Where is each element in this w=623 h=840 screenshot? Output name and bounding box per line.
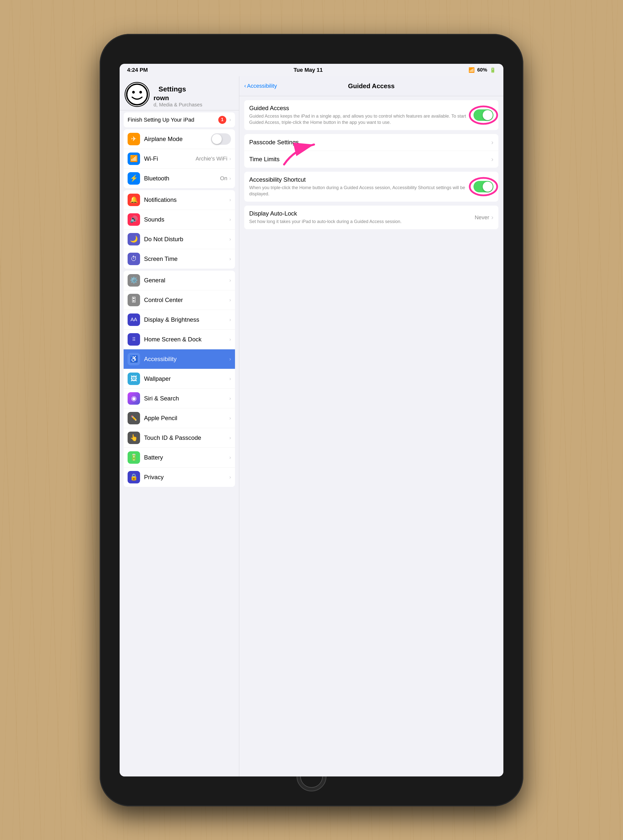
display-autolock-left: Display Auto-Lock Set how long it takes … [249, 210, 475, 225]
bluetooth-label: Bluetooth [144, 175, 220, 182]
screentime-chevron: › [229, 256, 231, 262]
siri-chevron: › [229, 395, 231, 401]
dnd-chevron: › [229, 236, 231, 242]
status-right: 📶 60% 🔋 [468, 67, 496, 73]
displaybright-chevron: › [229, 317, 231, 322]
guided-access-right [474, 109, 493, 121]
display-autolock-row[interactable]: Display Auto-Lock Set how long it takes … [244, 205, 499, 229]
airplane-toggle[interactable] [211, 133, 231, 145]
accessibility-label: Accessibility [144, 356, 229, 363]
display-autolock-value: Never [475, 214, 490, 221]
passcode-left: Passcode Settings [249, 139, 491, 146]
setup-right: 1 › [218, 116, 231, 124]
bluetooth-chevron: › [229, 175, 231, 181]
accessibility-shortcut-toggle-knob [483, 182, 493, 192]
battery-label: Battery [144, 454, 229, 461]
svg-point-2 [139, 91, 142, 94]
guided-access-left: Guided Access Guided Access keeps the iP… [249, 105, 474, 126]
nav-back-label: Accessibility [247, 83, 277, 89]
airplane-toggle-knob [212, 134, 222, 144]
sidebar-item-sounds[interactable]: 🔊 Sounds › [124, 210, 235, 230]
accessibility-icon: ♿ [127, 353, 140, 365]
sidebar: Settings rown d, Media & Purchases Finis… [120, 76, 239, 776]
guided-access-toggle[interactable] [474, 109, 493, 121]
nav-bar: ‹ Accessibility Guided Access [239, 76, 503, 96]
sidebar-item-accessibility[interactable]: ♿ Accessibility › [124, 349, 235, 369]
touchid-icon: 👆 [127, 432, 140, 444]
guided-access-toggle-container [474, 109, 493, 121]
setup-banner[interactable]: Finish Setting Up Your iPad 1 › [124, 112, 235, 127]
sidebar-item-bluetooth[interactable]: ⚡ Bluetooth On › [124, 169, 235, 188]
battery-icon-sidebar: 🔋 [127, 451, 140, 464]
nav-back-button[interactable]: ‹ Accessibility [244, 83, 277, 89]
wallpaper-label: Wallpaper [144, 375, 229, 382]
sidebar-item-applepencil[interactable]: ✏️ Apple Pencil › [124, 408, 235, 428]
display-autolock-title: Display Auto-Lock [249, 210, 475, 217]
guided-access-row[interactable]: Guided Access Guided Access keeps the iP… [244, 100, 499, 130]
sidebar-item-touchid[interactable]: 👆 Touch ID & Passcode › [124, 428, 235, 448]
ipad-device: 4:24 PM Tue May 11 📶 60% 🔋 [100, 34, 523, 806]
accessibility-shortcut-group: Accessibility Shortcut When you triple-c… [244, 172, 499, 202]
status-bar: 4:24 PM Tue May 11 📶 60% 🔋 [120, 64, 503, 76]
accessibility-shortcut-toggle[interactable] [474, 181, 493, 192]
general-icon: ⚙️ [127, 274, 140, 287]
sidebar-item-privacy[interactable]: 🔒 Privacy › [124, 468, 235, 487]
notifications-chevron: › [229, 197, 231, 202]
sidebar-item-general[interactable]: ⚙️ General › [124, 271, 235, 290]
siri-label: Siri & Search [144, 395, 229, 402]
applepencil-label: Apple Pencil [144, 415, 229, 422]
airplane-label: Airplane Mode [144, 136, 211, 143]
homescreen-chevron: › [229, 336, 231, 342]
screentime-icon: ⏱ [127, 253, 140, 265]
back-chevron-icon: ‹ [244, 83, 246, 89]
profile-section[interactable]: Settings rown d, Media & Purchases [120, 76, 239, 110]
general-label: General [144, 277, 229, 284]
guided-access-desc: Guided Access keeps the iPad in a single… [249, 113, 474, 126]
wallpaper-icon: 🖼 [127, 372, 140, 385]
sounds-chevron: › [229, 216, 231, 222]
touchid-chevron: › [229, 435, 231, 441]
sidebar-item-battery[interactable]: 🔋 Battery › [124, 448, 235, 468]
guided-access-title: Guided Access [249, 105, 474, 112]
sidebar-item-siri[interactable]: ◉ Siri & Search › [124, 389, 235, 408]
time-limits-row[interactable]: Time Limits › [244, 151, 499, 168]
sidebar-item-screentime[interactable]: ⏱ Screen Time › [124, 249, 235, 268]
main-content: Settings rown d, Media & Purchases Finis… [120, 76, 503, 776]
guided-access-toggle-knob [483, 110, 493, 120]
bluetooth-value: On [220, 175, 227, 182]
notifications-icon: 🔔 [127, 194, 140, 206]
guided-access-group: Guided Access Guided Access keeps the iP… [244, 100, 499, 130]
settings-title: Settings [153, 81, 234, 94]
applepencil-icon: ✏️ [127, 412, 140, 425]
touchid-label: Touch ID & Passcode [144, 434, 229, 441]
accessibility-shortcut-desc: When you triple-click the Home button du… [249, 185, 474, 197]
sidebar-item-wifi[interactable]: 📶 Wi-Fi Archie's WiFi › [124, 149, 235, 169]
general-chevron: › [229, 277, 231, 283]
battery-icon: 🔋 [490, 67, 496, 73]
display-autolock-desc: Set how long it takes your iPad to auto-… [249, 219, 475, 225]
accessibility-chevron: › [229, 356, 231, 362]
sidebar-item-wallpaper[interactable]: 🖼 Wallpaper › [124, 369, 235, 389]
passcode-settings-row[interactable]: Passcode Settings › [244, 134, 499, 151]
sidebar-item-notifications[interactable]: 🔔 Notifications › [124, 190, 235, 210]
setup-chevron: › [229, 116, 231, 123]
sidebar-item-dnd[interactable]: 🌙 Do Not Disturb › [124, 230, 235, 249]
privacy-chevron: › [229, 474, 231, 480]
avatar [124, 82, 149, 107]
status-date: Tue May 11 [293, 67, 323, 73]
wallpaper-chevron: › [229, 376, 231, 382]
battery-chevron: › [229, 455, 231, 460]
controlcenter-chevron: › [229, 297, 231, 303]
sidebar-group-system: ⚙️ General › 🎛 Control Center › AA Displ… [124, 271, 235, 487]
time-limits-left: Time Limits [249, 156, 491, 163]
ipad-screen: 4:24 PM Tue May 11 📶 60% 🔋 [120, 64, 503, 776]
sidebar-item-homescreen[interactable]: ⠿ Home Screen & Dock › [124, 330, 235, 349]
accessibility-shortcut-row[interactable]: Accessibility Shortcut When you triple-c… [244, 172, 499, 202]
sidebar-item-airplane[interactable]: ✈ Airplane Mode [124, 129, 235, 149]
detail-scroll: Guided Access Guided Access keeps the iP… [239, 96, 503, 239]
sidebar-item-displaybright[interactable]: AA Display & Brightness › [124, 310, 235, 330]
svg-point-1 [132, 91, 135, 94]
bluetooth-icon: ⚡ [127, 172, 140, 185]
sidebar-group-connectivity: ✈ Airplane Mode 📶 Wi-Fi Archie's WiFi › … [124, 129, 235, 188]
sidebar-item-controlcenter[interactable]: 🎛 Control Center › [124, 290, 235, 310]
